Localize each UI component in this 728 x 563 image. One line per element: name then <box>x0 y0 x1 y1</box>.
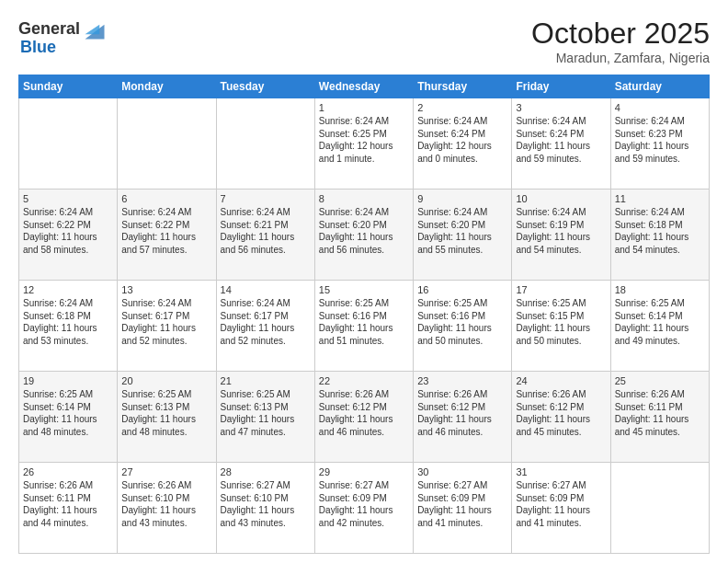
day-number: 14 <box>221 284 311 295</box>
table-row: 7Sunrise: 6:24 AMSunset: 6:21 PMDaylight… <box>216 190 314 281</box>
day-info: Sunrise: 6:25 AMSunset: 6:13 PMDaylight:… <box>121 388 211 438</box>
table-row: 14Sunrise: 6:24 AMSunset: 6:17 PMDayligh… <box>216 281 314 372</box>
table-row <box>118 98 216 190</box>
table-row: 6Sunrise: 6:24 AMSunset: 6:22 PMDaylight… <box>118 190 216 281</box>
day-info: Sunrise: 6:26 AMSunset: 6:12 PMDaylight:… <box>319 388 409 438</box>
day-number: 5 <box>23 193 113 204</box>
logo-general-text: General <box>18 20 80 39</box>
day-number: 27 <box>121 466 211 477</box>
day-info: Sunrise: 6:26 AMSunset: 6:12 PMDaylight:… <box>516 388 606 438</box>
day-number: 6 <box>121 193 211 204</box>
day-number: 3 <box>516 102 606 113</box>
day-info: Sunrise: 6:24 AMSunset: 6:17 PMDaylight:… <box>121 297 211 347</box>
table-row: 9Sunrise: 6:24 AMSunset: 6:20 PMDaylight… <box>414 190 512 281</box>
day-info: Sunrise: 6:24 AMSunset: 6:24 PMDaylight:… <box>417 115 507 165</box>
table-row <box>19 98 118 190</box>
day-number: 19 <box>23 375 113 386</box>
day-number: 15 <box>319 284 409 295</box>
day-number: 25 <box>615 375 705 386</box>
day-number: 28 <box>221 466 311 477</box>
day-info: Sunrise: 6:24 AMSunset: 6:19 PMDaylight:… <box>516 206 606 256</box>
day-number: 12 <box>23 284 113 295</box>
table-row: 31Sunrise: 6:27 AMSunset: 6:09 PMDayligh… <box>512 463 610 554</box>
day-info: Sunrise: 6:24 AMSunset: 6:22 PMDaylight:… <box>121 206 211 256</box>
logo-icon <box>82 17 108 42</box>
day-info: Sunrise: 6:25 AMSunset: 6:14 PMDaylight:… <box>615 297 705 347</box>
day-number: 29 <box>319 466 409 477</box>
day-info: Sunrise: 6:24 AMSunset: 6:18 PMDaylight:… <box>615 206 705 256</box>
table-row: 29Sunrise: 6:27 AMSunset: 6:09 PMDayligh… <box>314 463 413 554</box>
col-saturday: Saturday <box>610 75 709 98</box>
col-tuesday: Tuesday <box>216 75 314 98</box>
day-info: Sunrise: 6:24 AMSunset: 6:17 PMDaylight:… <box>221 297 311 347</box>
table-row: 17Sunrise: 6:25 AMSunset: 6:15 PMDayligh… <box>512 281 610 372</box>
calendar-week-row: 5Sunrise: 6:24 AMSunset: 6:22 PMDaylight… <box>19 190 710 281</box>
day-info: Sunrise: 6:27 AMSunset: 6:10 PMDaylight:… <box>221 479 311 529</box>
table-row: 20Sunrise: 6:25 AMSunset: 6:13 PMDayligh… <box>118 372 216 463</box>
day-number: 8 <box>319 193 409 204</box>
day-info: Sunrise: 6:25 AMSunset: 6:15 PMDaylight:… <box>516 297 606 347</box>
day-number: 22 <box>319 375 409 386</box>
day-number: 31 <box>516 466 606 477</box>
day-info: Sunrise: 6:24 AMSunset: 6:20 PMDaylight:… <box>417 206 507 256</box>
day-info: Sunrise: 6:24 AMSunset: 6:24 PMDaylight:… <box>516 115 606 165</box>
col-thursday: Thursday <box>414 75 512 98</box>
table-row: 4Sunrise: 6:24 AMSunset: 6:23 PMDaylight… <box>610 98 709 190</box>
day-info: Sunrise: 6:25 AMSunset: 6:14 PMDaylight:… <box>23 388 113 438</box>
col-wednesday: Wednesday <box>314 75 413 98</box>
table-row: 3Sunrise: 6:24 AMSunset: 6:24 PMDaylight… <box>512 98 610 190</box>
day-number: 4 <box>615 102 705 113</box>
day-info: Sunrise: 6:24 AMSunset: 6:18 PMDaylight:… <box>23 297 113 347</box>
calendar-week-row: 1Sunrise: 6:24 AMSunset: 6:25 PMDaylight… <box>19 98 710 190</box>
day-info: Sunrise: 6:27 AMSunset: 6:09 PMDaylight:… <box>417 479 507 529</box>
day-number: 26 <box>23 466 113 477</box>
day-number: 18 <box>615 284 705 295</box>
calendar-week-row: 19Sunrise: 6:25 AMSunset: 6:14 PMDayligh… <box>19 372 710 463</box>
svg-marker-1 <box>85 25 100 35</box>
day-number: 17 <box>516 284 606 295</box>
day-info: Sunrise: 6:25 AMSunset: 6:16 PMDaylight:… <box>417 297 507 347</box>
col-friday: Friday <box>512 75 610 98</box>
day-info: Sunrise: 6:25 AMSunset: 6:13 PMDaylight:… <box>221 388 311 438</box>
table-row: 23Sunrise: 6:26 AMSunset: 6:12 PMDayligh… <box>414 372 512 463</box>
table-row: 12Sunrise: 6:24 AMSunset: 6:18 PMDayligh… <box>19 281 118 372</box>
header: General Blue October 2025 Maradun, Zamfa… <box>18 17 710 65</box>
col-sunday: Sunday <box>19 75 118 98</box>
page: General Blue October 2025 Maradun, Zamfa… <box>0 0 728 563</box>
day-info: Sunrise: 6:26 AMSunset: 6:10 PMDaylight:… <box>121 479 211 529</box>
day-number: 20 <box>121 375 211 386</box>
day-info: Sunrise: 6:24 AMSunset: 6:23 PMDaylight:… <box>615 115 705 165</box>
table-row <box>216 98 314 190</box>
day-number: 16 <box>417 284 507 295</box>
calendar-header-row: Sunday Monday Tuesday Wednesday Thursday… <box>19 75 710 98</box>
month-title: October 2025 <box>531 17 710 51</box>
table-row: 11Sunrise: 6:24 AMSunset: 6:18 PMDayligh… <box>610 190 709 281</box>
day-number: 13 <box>121 284 211 295</box>
table-row: 27Sunrise: 6:26 AMSunset: 6:10 PMDayligh… <box>118 463 216 554</box>
table-row <box>610 463 709 554</box>
location: Maradun, Zamfara, Nigeria <box>531 51 710 65</box>
table-row: 30Sunrise: 6:27 AMSunset: 6:09 PMDayligh… <box>414 463 512 554</box>
table-row: 5Sunrise: 6:24 AMSunset: 6:22 PMDaylight… <box>19 190 118 281</box>
table-row: 16Sunrise: 6:25 AMSunset: 6:16 PMDayligh… <box>414 281 512 372</box>
day-number: 10 <box>516 193 606 204</box>
calendar-week-row: 26Sunrise: 6:26 AMSunset: 6:11 PMDayligh… <box>19 463 710 554</box>
day-number: 11 <box>615 193 705 204</box>
table-row: 22Sunrise: 6:26 AMSunset: 6:12 PMDayligh… <box>314 372 413 463</box>
calendar-week-row: 12Sunrise: 6:24 AMSunset: 6:18 PMDayligh… <box>19 281 710 372</box>
day-info: Sunrise: 6:24 AMSunset: 6:22 PMDaylight:… <box>23 206 113 256</box>
logo: General Blue <box>18 17 108 57</box>
table-row: 28Sunrise: 6:27 AMSunset: 6:10 PMDayligh… <box>216 463 314 554</box>
table-row: 25Sunrise: 6:26 AMSunset: 6:11 PMDayligh… <box>610 372 709 463</box>
table-row: 24Sunrise: 6:26 AMSunset: 6:12 PMDayligh… <box>512 372 610 463</box>
table-row: 10Sunrise: 6:24 AMSunset: 6:19 PMDayligh… <box>512 190 610 281</box>
table-row: 19Sunrise: 6:25 AMSunset: 6:14 PMDayligh… <box>19 372 118 463</box>
day-info: Sunrise: 6:26 AMSunset: 6:12 PMDaylight:… <box>417 388 507 438</box>
day-number: 23 <box>417 375 507 386</box>
day-info: Sunrise: 6:26 AMSunset: 6:11 PMDaylight:… <box>615 388 705 438</box>
table-row: 2Sunrise: 6:24 AMSunset: 6:24 PMDaylight… <box>414 98 512 190</box>
day-number: 30 <box>417 466 507 477</box>
col-monday: Monday <box>118 75 216 98</box>
table-row: 21Sunrise: 6:25 AMSunset: 6:13 PMDayligh… <box>216 372 314 463</box>
day-info: Sunrise: 6:24 AMSunset: 6:25 PMDaylight:… <box>319 115 409 165</box>
